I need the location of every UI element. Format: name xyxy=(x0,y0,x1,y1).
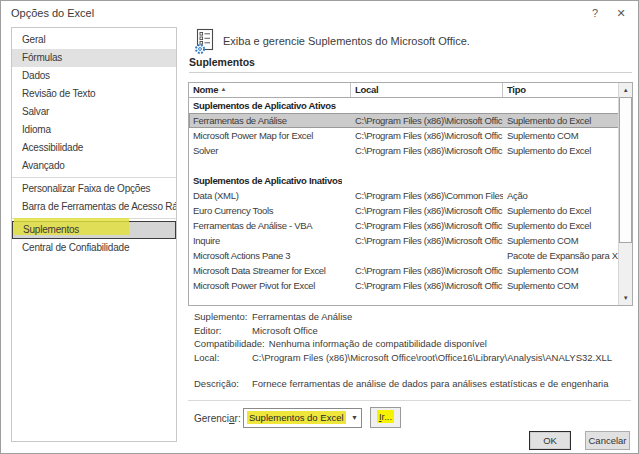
detail-label: Descrição: xyxy=(194,377,252,391)
table-row[interactable]: Inquire C:\Program Files (x86)\Microsoft… xyxy=(189,233,632,248)
sidebar-item-dados[interactable]: Dados xyxy=(12,67,176,85)
section-divider xyxy=(189,72,632,73)
sidebar-item-personalizar-faixa[interactable]: Personalizar Faixa de Opções xyxy=(12,180,176,198)
detail-row: Compatibilidade: Nenhuma informação de c… xyxy=(194,337,630,351)
dropdown-selected-value: Suplementos do Excel xyxy=(247,411,346,424)
detail-value: Microsoft Office xyxy=(252,324,318,338)
scrollbar-thumb[interactable] xyxy=(619,97,632,243)
scroll-up-icon[interactable]: ▲ xyxy=(619,83,632,97)
sidebar-item-label: Salvar xyxy=(22,106,49,117)
table-row[interactable]: Ferramentas de Análise C:\Program Files … xyxy=(189,113,632,128)
manage-divider xyxy=(188,400,631,401)
sidebar-item-label: Central de Confiabilidade xyxy=(22,242,129,253)
table-group-header: Suplementos de Aplicativo Ativos xyxy=(189,98,632,113)
detail-label: Editor: xyxy=(194,324,252,338)
table-row[interactable]: Ferramentas de Análise - VBA C:\Program … xyxy=(189,218,632,233)
detail-value: Nenhuma informação de compatibilidade di… xyxy=(269,337,487,351)
table-row[interactable]: Microsoft Actions Pane 3 Pacote de Expan… xyxy=(189,248,632,263)
close-icon[interactable]: ✕ xyxy=(612,5,630,21)
page-description: Exiba e gerencie Suplementos do Microsof… xyxy=(223,35,470,47)
detail-value: Fornece ferramentas de análise de dados … xyxy=(252,377,608,391)
table-row[interactable]: Data (XML) C:\Program Files (x86)\Common… xyxy=(189,188,632,203)
ok-button[interactable]: OK xyxy=(529,431,571,450)
column-label: Tipo xyxy=(507,84,526,95)
addins-table: Nome ▲ Local Tipo Suplementos de Aplicat… xyxy=(188,82,633,306)
scroll-down-icon[interactable]: ▼ xyxy=(619,291,632,305)
go-button-label: Ir... xyxy=(377,410,394,423)
table-row[interactable]: Microsoft Power Map for Excel C:\Program… xyxy=(189,128,632,143)
section-label: Suplementos xyxy=(189,56,255,68)
sidebar-item-label: Personalizar Faixa de Opções xyxy=(22,183,150,194)
sidebar-item-label: Revisão de Texto xyxy=(22,88,95,99)
sidebar-item-geral[interactable]: Geral xyxy=(12,31,176,49)
dialog-title: Opções do Excel xyxy=(11,7,94,19)
sidebar-item-suplementos[interactable]: Suplementos xyxy=(12,221,176,239)
column-label: Nome xyxy=(193,84,218,95)
sidebar-item-barra-acesso-rapido[interactable]: Barra de Ferramentas de Acesso Rápido xyxy=(12,198,176,216)
addin-details: Suplemento: Ferramentas de Análise Edito… xyxy=(194,310,630,391)
detail-row-description: Descrição: Fornece ferramentas de anális… xyxy=(194,377,630,391)
cancel-button[interactable]: Cancelar xyxy=(585,431,630,450)
table-row[interactable]: Euro Currency Tools C:\Program Files (x8… xyxy=(189,203,632,218)
detail-value: C:\Program Files (x86)\Microsoft Office\… xyxy=(252,351,612,365)
sidebar-item-label: Dados xyxy=(22,70,50,81)
sidebar: Geral Fórmulas Dados Revisão de Texto Sa… xyxy=(11,27,177,442)
sidebar-item-acessibilidade[interactable]: Acessibilidade xyxy=(12,139,176,157)
sidebar-item-label: Acessibilidade xyxy=(22,142,83,153)
detail-row: Suplemento: Ferramentas de Análise xyxy=(194,310,630,324)
sidebar-item-label: Idioma xyxy=(22,124,51,135)
sidebar-item-avancado[interactable]: Avançado xyxy=(12,157,176,175)
sidebar-item-revisao-de-texto[interactable]: Revisão de Texto xyxy=(12,85,176,103)
help-icon[interactable]: ? xyxy=(586,5,604,21)
detail-label: Compatibilidade: xyxy=(194,337,269,351)
manage-label: Gerenciar: xyxy=(194,413,241,424)
excel-options-dialog: Opções do Excel ? ✕ Geral Fórmulas Dados… xyxy=(0,0,639,454)
addins-gear-icon xyxy=(193,28,217,55)
sidebar-item-label: Suplementos xyxy=(23,224,79,235)
detail-label: Suplemento: xyxy=(194,310,252,324)
sidebar-item-formulas[interactable]: Fórmulas xyxy=(12,49,176,67)
table-row[interactable]: Microsoft Data Streamer for Excel C:\Pro… xyxy=(189,263,632,278)
column-header-local[interactable]: Local xyxy=(351,83,503,97)
sidebar-item-central-confiabilidade[interactable]: Central de Confiabilidade xyxy=(12,239,176,257)
titlebar: Opções do Excel ? ✕ xyxy=(1,1,638,25)
sort-asc-icon: ▲ xyxy=(221,86,227,92)
manage-dropdown[interactable]: Suplementos do Excel ▼ xyxy=(243,408,362,428)
table-scrollbar[interactable]: ▲ ▼ xyxy=(618,83,632,305)
column-label: Local xyxy=(355,84,378,95)
table-spacer-row xyxy=(189,158,632,173)
sidebar-item-idioma[interactable]: Idioma xyxy=(12,121,176,139)
column-header-tipo[interactable]: Tipo xyxy=(503,83,618,97)
table-group-header: Suplementos de Aplicativo Inativos xyxy=(189,173,632,188)
sidebar-item-salvar[interactable]: Salvar xyxy=(12,103,176,121)
sidebar-item-label: Fórmulas xyxy=(22,52,62,63)
detail-row: Local: C:\Program Files (x86)\Microsoft … xyxy=(194,351,630,365)
sidebar-item-label: Avançado xyxy=(22,160,65,171)
detail-value: Ferramentas de Análise xyxy=(252,310,352,324)
sidebar-separator xyxy=(12,177,176,178)
detail-label: Local: xyxy=(194,351,252,365)
sidebar-item-label: Geral xyxy=(22,34,45,45)
table-header-row: Nome ▲ Local Tipo xyxy=(189,83,632,98)
table-row[interactable]: Microsoft Power Pivot for Excel C:\Progr… xyxy=(189,278,632,293)
chevron-down-icon: ▼ xyxy=(351,409,358,427)
detail-row: Editor: Microsoft Office xyxy=(194,324,630,338)
table-row[interactable]: Solver C:\Program Files (x86)\Microsoft … xyxy=(189,143,632,158)
sidebar-item-label: Barra de Ferramentas de Acesso Rápido xyxy=(22,201,176,212)
column-header-nome[interactable]: Nome ▲ xyxy=(189,83,351,97)
go-button[interactable]: Ir... xyxy=(370,407,401,428)
